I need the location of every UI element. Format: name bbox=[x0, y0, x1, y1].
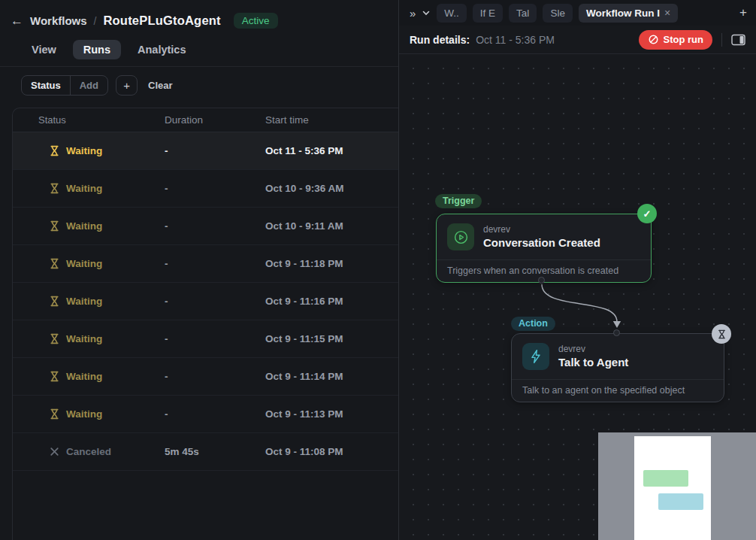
tabs-divider bbox=[0, 66, 398, 67]
side-panel-toggle-icon[interactable] bbox=[731, 34, 745, 46]
run-start-time: Oct 10 - 9:36 AM bbox=[265, 183, 398, 194]
trigger-title: Conversation Created bbox=[483, 235, 600, 250]
run-start-time: Oct 9 - 11:08 PM bbox=[265, 446, 398, 457]
clear-filters-button[interactable]: Clear bbox=[148, 80, 173, 91]
run-status-cell: Waiting bbox=[38, 258, 165, 269]
table-body: Waiting - Oct 11 - 5:36 PM Waiting - Oct… bbox=[13, 132, 398, 471]
run-duration: - bbox=[165, 258, 265, 269]
filter-status-label[interactable]: Status bbox=[22, 76, 70, 95]
status-badge: Active bbox=[234, 13, 278, 29]
stop-run-button[interactable]: Stop run bbox=[639, 30, 712, 50]
hourglass-icon bbox=[49, 145, 60, 156]
editor-tab-1[interactable]: W.. bbox=[437, 4, 467, 23]
editor-tab-3[interactable]: Tal bbox=[509, 4, 537, 23]
action-badge: Action bbox=[511, 317, 555, 331]
run-duration: - bbox=[165, 408, 265, 420]
trigger-badge: Trigger bbox=[435, 194, 482, 208]
trigger-node[interactable]: devrev Conversation Created Triggers whe… bbox=[436, 214, 652, 283]
action-input-handle[interactable] bbox=[613, 329, 620, 336]
minimap-trigger-node bbox=[643, 470, 688, 487]
minimap[interactable] bbox=[598, 432, 756, 540]
active-tab-label: Workflow Run I bbox=[586, 8, 660, 19]
table-row[interactable]: Waiting - Oct 10 - 9:11 AM bbox=[13, 208, 398, 245]
run-details-label: Run details: bbox=[410, 34, 470, 46]
hourglass-icon bbox=[49, 371, 60, 382]
trigger-output-handle[interactable] bbox=[538, 277, 545, 284]
filter-add-label[interactable]: Add bbox=[71, 76, 107, 95]
chevron-down-icon[interactable] bbox=[422, 8, 431, 17]
table-row[interactable]: Waiting - Oct 9 - 11:16 PM bbox=[13, 283, 398, 320]
run-start-time: Oct 9 - 11:15 PM bbox=[265, 333, 398, 344]
run-status-label: Waiting bbox=[66, 183, 102, 194]
run-status-cell: Waiting bbox=[38, 183, 165, 194]
minimap-action-node bbox=[658, 493, 703, 510]
stop-run-label: Stop run bbox=[664, 34, 703, 45]
table-row[interactable]: Waiting - Oct 11 - 5:36 PM bbox=[13, 132, 398, 170]
run-status-label: Waiting bbox=[66, 371, 102, 382]
run-status-cell: Waiting bbox=[38, 145, 165, 156]
run-status-cell: Waiting bbox=[38, 220, 165, 232]
editor-tab-4[interactable]: Sle bbox=[543, 4, 573, 23]
run-start-time: Oct 9 - 11:14 PM bbox=[265, 371, 398, 382]
run-duration: - bbox=[165, 333, 265, 344]
table-header-row: Status Duration Start time bbox=[13, 108, 398, 132]
run-duration: - bbox=[165, 296, 265, 307]
run-status-cell: Waiting bbox=[38, 296, 165, 307]
table-row[interactable]: Waiting - Oct 9 - 11:15 PM bbox=[13, 320, 398, 358]
tab-view[interactable]: View bbox=[21, 40, 67, 59]
run-status-cell: Waiting bbox=[38, 371, 165, 382]
workflow-runs-panel: ← Workflows / RoutePLuGtoAgent Active Vi… bbox=[0, 0, 398, 540]
close-tab-icon[interactable]: × bbox=[664, 7, 670, 19]
workflow-editor-panel: » W.. If E Tal Sle Workflow Run I × + Ru… bbox=[398, 0, 756, 540]
hourglass-icon bbox=[49, 258, 60, 269]
run-details-timestamp: Oct 11 - 5:36 PM bbox=[476, 34, 555, 46]
workflow-canvas[interactable]: Trigger devrev Conversation Created Trig… bbox=[399, 54, 756, 540]
run-status-label: Waiting bbox=[66, 258, 102, 269]
run-duration: - bbox=[165, 220, 265, 232]
filter-row: Status Add + Clear bbox=[21, 74, 398, 96]
tab-runs[interactable]: Runs bbox=[73, 40, 121, 59]
hourglass-icon bbox=[49, 333, 60, 344]
hourglass-icon bbox=[49, 220, 60, 232]
new-tab-button[interactable]: + bbox=[739, 5, 747, 20]
run-start-time: Oct 9 - 11:18 PM bbox=[265, 258, 398, 269]
tab-analytics[interactable]: Analytics bbox=[127, 40, 196, 59]
stop-icon bbox=[648, 34, 659, 45]
run-start-time: Oct 10 - 9:11 AM bbox=[265, 220, 398, 232]
run-status-label: Waiting bbox=[66, 296, 102, 307]
run-status-label: Canceled bbox=[66, 446, 111, 457]
run-duration: - bbox=[165, 145, 265, 156]
table-row[interactable]: Waiting - Oct 9 - 11:14 PM bbox=[13, 358, 398, 396]
table-row[interactable]: Waiting - Oct 10 - 9:36 AM bbox=[13, 170, 398, 208]
run-start-time: Oct 9 - 11:13 PM bbox=[265, 408, 398, 420]
success-check-icon: ✓ bbox=[637, 204, 657, 223]
run-start-time: Oct 9 - 11:16 PM bbox=[265, 296, 398, 307]
column-header-status: Status bbox=[38, 114, 165, 126]
table-row[interactable]: Canceled 5m 45s Oct 9 - 11:08 PM bbox=[13, 433, 398, 471]
run-start-time: Oct 11 - 5:36 PM bbox=[265, 145, 398, 156]
action-app-name: devrev bbox=[558, 344, 628, 355]
column-header-duration: Duration bbox=[165, 114, 265, 126]
status-filter-chip[interactable]: Status Add bbox=[21, 75, 108, 96]
editor-tab-2[interactable]: If E bbox=[473, 4, 503, 23]
table-row[interactable]: Waiting - Oct 9 - 11:13 PM bbox=[13, 396, 398, 433]
talk-to-agent-icon bbox=[522, 343, 549, 370]
page-title: RoutePLuGtoAgent bbox=[103, 14, 220, 28]
editor-tab-active[interactable]: Workflow Run I × bbox=[579, 4, 678, 23]
action-node[interactable]: devrev Talk to Agent Talk to an agent on… bbox=[511, 333, 724, 402]
conversation-created-icon bbox=[447, 223, 474, 250]
breadcrumb-workflows[interactable]: Workflows bbox=[30, 14, 87, 27]
run-status-cell: Waiting bbox=[38, 333, 165, 344]
waiting-hourglass-badge bbox=[712, 324, 731, 344]
back-button[interactable]: ← bbox=[11, 14, 23, 27]
minimap-viewport[interactable] bbox=[634, 436, 711, 540]
run-status-label: Waiting bbox=[66, 333, 102, 344]
run-status-label: Waiting bbox=[66, 220, 102, 232]
add-filter-button[interactable]: + bbox=[116, 75, 138, 96]
editor-tab-bar: » W.. If E Tal Sle Workflow Run I × + bbox=[399, 0, 756, 26]
run-duration: - bbox=[165, 371, 265, 382]
expand-tabs-icon[interactable]: » bbox=[410, 8, 416, 19]
runbar-divider bbox=[721, 33, 722, 47]
table-row[interactable]: Waiting - Oct 9 - 11:18 PM bbox=[13, 245, 398, 283]
runs-table: Status Duration Start time Waiting - Oct… bbox=[12, 108, 398, 540]
